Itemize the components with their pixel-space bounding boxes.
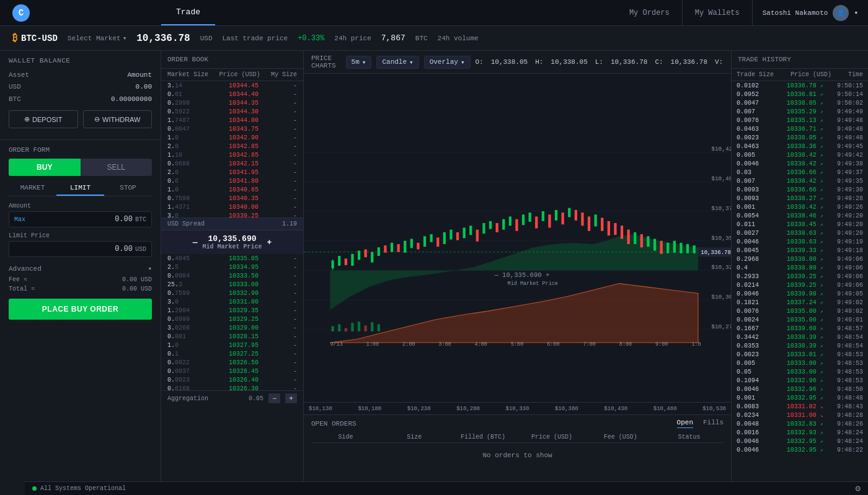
order-type-market[interactable]: MARKET — [9, 181, 56, 196]
buy-order-row[interactable]: 3.010331.00- — [161, 297, 303, 306]
max-link[interactable]: Max — [14, 216, 25, 223]
th-price: 10336.81 ↗ — [777, 91, 823, 98]
th-size: 0.1667 — [737, 325, 768, 332]
agg-decrease-btn[interactable]: − — [268, 393, 280, 403]
buy-order-row[interactable]: 0.404510335.05- — [161, 254, 303, 263]
advanced-toggle[interactable]: Advanced ▾ — [9, 262, 152, 275]
svg-rect-73 — [673, 241, 676, 253]
order-type-stop[interactable]: STOP — [104, 181, 152, 196]
buy-order-row[interactable]: 1.290410329.35- — [161, 306, 303, 315]
withdraw-button[interactable]: ⊖ WITHDRAW — [83, 110, 153, 128]
ob-mysize: - — [278, 143, 297, 150]
sell-order-row[interactable]: 0.610341.80- — [161, 177, 303, 185]
wallet-usd-label: USD — [9, 83, 21, 90]
ob-price: 10327.25 — [218, 351, 259, 357]
buy-order-row[interactable]: 1.010327.95- — [161, 341, 303, 349]
buy-order-row[interactable]: 0.098410333.50- — [161, 271, 303, 280]
nav-my-wallets[interactable]: My Wallets — [683, 0, 753, 25]
th-size: 0.007 — [737, 178, 768, 185]
sell-order-row[interactable]: 1.010342.90- — [161, 133, 303, 142]
sell-order-row[interactable]: 1.010340.65- — [161, 185, 303, 194]
svg-rect-23 — [345, 258, 347, 265]
buy-order-row[interactable]: 0.099910329.25- — [161, 315, 303, 323]
order-type-limit[interactable]: LIMIT — [56, 181, 104, 196]
th-col-time: Time — [848, 71, 863, 78]
ob-price: 10344.40 — [218, 91, 259, 98]
svg-rect-36 — [430, 234, 433, 242]
sell-order-row[interactable]: 0.068810342.15- — [161, 159, 303, 168]
tab-fills[interactable]: Fills — [703, 419, 724, 428]
sell-order-row[interactable]: 0.004710343.75- — [161, 125, 303, 133]
sell-order-row[interactable]: 3.1410344.45- — [161, 81, 303, 90]
buy-order-row[interactable]: 0.002310326.40- — [161, 375, 303, 384]
ob-price: 10326.30 — [218, 385, 259, 391]
th-size: 0.4 — [737, 265, 768, 271]
ob-mysize: - — [278, 152, 297, 159]
trade-history-row: 0.009310338.27 ↗9:49:28 — [732, 194, 868, 203]
buy-order-row[interactable]: 0.003710326.45- — [161, 367, 303, 375]
timeframe-selector[interactable]: 5m ▾ — [346, 56, 372, 69]
th-size: 0.001 — [737, 395, 768, 401]
svg-text:4:00: 4:00 — [475, 341, 487, 348]
trade-history-row: 0.344210338.39 ↗9:48:54 — [732, 333, 868, 341]
trade-history-row: 0.004510339.33 ↗9:49:18 — [732, 246, 868, 255]
sell-order-row[interactable]: 2.010341.95- — [161, 168, 303, 177]
agg-increase-btn[interactable]: + — [285, 393, 297, 403]
th-price: 10338.05 ↗ — [777, 100, 823, 107]
buy-order-row[interactable]: 25.310333.00- — [161, 280, 303, 289]
sell-order-row[interactable]: 0.592210344.30- — [161, 107, 303, 116]
svg-text:$10,400: $10,400 — [711, 175, 731, 182]
amount-input[interactable] — [25, 215, 133, 224]
buy-order-row[interactable]: 0.616810326.30- — [161, 384, 303, 390]
sell-order-row[interactable]: 0.299910344.35- — [161, 99, 303, 107]
buy-order-row[interactable]: 2.510334.95- — [161, 263, 303, 271]
tab-open[interactable]: Open — [677, 419, 693, 428]
th-price: 10338.42 ↗ — [777, 152, 823, 159]
open-orders-columns: Side Size Filled (BTC) Price (USD) Fee (… — [311, 432, 724, 443]
th-size: 0.0076 — [737, 117, 768, 124]
buy-order-row[interactable]: 3.026810329.00- — [161, 323, 303, 332]
chart-panel: Price Charts 5m ▾ Candle ▾ Overlay ▾ O: … — [304, 51, 732, 495]
buy-order-row[interactable]: 0.00110328.15- — [161, 332, 303, 341]
minus-icon: ⊖ — [94, 115, 100, 123]
th-size: 0.0463 — [737, 126, 768, 133]
order-book-title: Order Book — [167, 56, 208, 63]
overlay-selector[interactable]: Overlay ▾ — [424, 56, 471, 69]
nav-my-orders[interactable]: My Orders — [617, 0, 683, 25]
sell-order-row[interactable]: 0.759910340.35- — [161, 194, 303, 203]
sell-tab[interactable]: SELL — [81, 159, 153, 176]
user-name: Satoshi Nakamoto — [763, 9, 828, 17]
status-bar: All Systems Operational ⚙ — [25, 481, 868, 495]
chevron-down-icon: ▾ — [148, 265, 152, 273]
buy-order-row[interactable]: 0.110327.25- — [161, 349, 303, 358]
svg-rect-47 — [502, 219, 505, 230]
buy-order-row[interactable]: 0.759910332.90- — [161, 289, 303, 297]
chart-scale-bar: $10,130 $10,180 $10,230 $10,280 $10,330 … — [304, 402, 731, 414]
sell-order-row[interactable]: 1.437110340.00- — [161, 203, 303, 211]
ob-mysize: - — [278, 281, 297, 288]
sell-order-row[interactable]: 0.0110344.40- — [161, 90, 303, 99]
limit-price-input[interactable] — [14, 245, 133, 253]
trading-pair: ₿ BTC-USD — [12, 32, 58, 44]
trade-history-row: 0.009310336.66 ↗9:49:30 — [732, 185, 868, 194]
user-menu[interactable]: Satoshi Nakamoto 👤 ▾ — [753, 5, 868, 21]
place-order-button[interactable]: PLACE BUY ORDER — [9, 299, 152, 320]
th-size: 0.2968 — [737, 256, 768, 263]
deposit-button[interactable]: ⊕ DEPOSIT — [9, 110, 78, 128]
th-size: 0.1821 — [737, 299, 768, 306]
svg-rect-43 — [476, 230, 479, 242]
settings-icon[interactable]: ⚙ — [856, 483, 861, 494]
buy-order-row[interactable]: 0.002210326.50- — [161, 358, 303, 367]
oo-col-size: Size — [380, 434, 449, 440]
sell-order-row[interactable]: 3.010339.25- — [161, 211, 303, 217]
logo-area: C — [0, 4, 161, 22]
svg-text:10,336.78: 10,336.78 — [701, 250, 731, 256]
sell-order-row[interactable]: 1.1010342.65- — [161, 151, 303, 159]
nav-tab-trade[interactable]: Trade — [161, 0, 215, 25]
buy-tab[interactable]: BUY — [9, 159, 81, 176]
ob-mysize: - — [278, 273, 297, 279]
select-market-btn[interactable]: Select Market ▾ — [68, 34, 126, 42]
sell-order-row[interactable]: 1.748710344.00- — [161, 116, 303, 125]
sell-order-row[interactable]: 2.010342.85- — [161, 142, 303, 151]
chart-type-selector[interactable]: Candle ▾ — [376, 56, 418, 69]
